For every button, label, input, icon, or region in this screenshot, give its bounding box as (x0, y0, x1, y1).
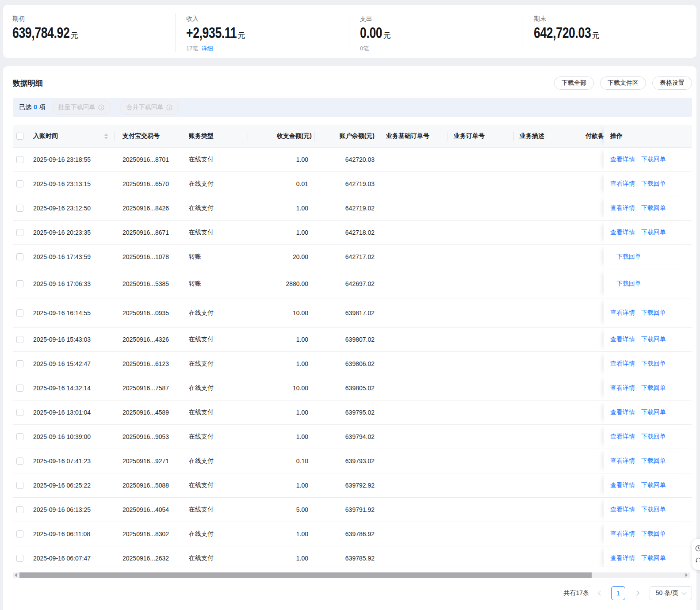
cell-amount: 0.01 (248, 172, 314, 196)
view-detail-link[interactable]: 查看详情 (610, 457, 635, 465)
page-size-select[interactable]: 50 条/页 (650, 586, 692, 600)
select-all-checkbox[interactable] (16, 133, 23, 140)
row-checkbox[interactable] (16, 156, 23, 163)
view-detail-link[interactable]: 查看详情 (610, 506, 635, 514)
view-detail-link[interactable]: 查看详情 (610, 481, 635, 489)
col-time[interactable]: 入账时间 (33, 125, 114, 147)
row-checkbox[interactable] (16, 253, 23, 260)
cell-account-type: 在线支付 (181, 352, 248, 376)
view-detail-link[interactable]: 查看详情 (610, 554, 635, 562)
cell-remark (580, 352, 604, 376)
cell-balance: 639785.92 (314, 546, 381, 567)
sort-icon[interactable] (104, 133, 108, 139)
cell-balance: 639793.02 (314, 449, 381, 473)
cell-base-order (381, 148, 447, 172)
download-zone-button[interactable]: 下载文件区 (600, 76, 646, 90)
cell-amount: 1.00 (248, 473, 314, 497)
current-page[interactable]: 1 (611, 586, 625, 600)
floating-help-widget[interactable] (692, 539, 700, 570)
download-receipt-link[interactable]: 下载回单 (641, 530, 666, 538)
download-receipt-link[interactable]: 下载回单 (641, 229, 666, 236)
download-receipt-link[interactable]: 下载回单 (641, 554, 666, 562)
merge-download-button[interactable]: 合并下载回单 (120, 100, 179, 115)
cell-action: 查看详情 下载回单 (604, 546, 692, 567)
cell-desc (513, 352, 580, 376)
row-checkbox[interactable] (16, 482, 23, 489)
download-receipt-link[interactable]: 下载回单 (641, 481, 666, 489)
info-icon (166, 104, 172, 111)
scroll-left-arrow[interactable] (15, 573, 17, 577)
prev-page-button[interactable] (598, 591, 602, 595)
row-checkbox[interactable] (16, 433, 23, 440)
batch-download-button[interactable]: 批量下载回单 (52, 100, 111, 115)
next-page-button[interactable] (634, 591, 639, 595)
cell-balance: 639786.92 (314, 522, 381, 546)
cell-remark (580, 196, 604, 220)
horizontal-scrollbar[interactable] (13, 572, 690, 578)
download-receipt-link[interactable]: 下载回单 (616, 253, 641, 261)
download-all-button[interactable]: 下载全部 (554, 76, 594, 90)
download-receipt-link[interactable]: 下载回单 (641, 156, 666, 164)
row-checkbox[interactable] (16, 385, 23, 392)
cell-transaction-id: 20250916...6570 (114, 172, 181, 196)
table-settings-button[interactable]: 表格设置 (652, 76, 692, 90)
row-checkbox[interactable] (16, 336, 23, 343)
view-detail-link[interactable]: 查看详情 (610, 309, 635, 317)
summary-label: 收入 (186, 15, 349, 22)
view-detail-link[interactable]: 查看详情 (610, 204, 635, 212)
row-checkbox[interactable] (16, 360, 23, 367)
row-checkbox[interactable] (16, 229, 23, 236)
download-receipt-link[interactable]: 下载回单 (641, 309, 666, 317)
download-receipt-link[interactable]: 下载回单 (641, 336, 666, 343)
cell-remark (580, 425, 604, 449)
download-receipt-link[interactable]: 下载回单 (641, 204, 666, 212)
view-detail-link[interactable]: 查看详情 (610, 433, 635, 441)
scroll-right-arrow[interactable] (685, 573, 688, 577)
row-checkbox[interactable] (16, 555, 23, 562)
view-detail-link[interactable]: 查看详情 (610, 360, 635, 368)
scrollbar-thumb[interactable] (19, 572, 592, 578)
view-detail-link[interactable]: 查看详情 (610, 384, 635, 392)
download-receipt-link[interactable]: 下载回单 (641, 506, 666, 514)
cell-base-order (381, 269, 447, 298)
row-checkbox[interactable] (16, 530, 23, 538)
summary-label: 期末 (534, 15, 696, 22)
row-checkbox[interactable] (16, 180, 23, 187)
view-detail-link[interactable]: 查看详情 (610, 530, 635, 538)
summary-label: 支出 (360, 15, 523, 22)
income-detail-link[interactable]: 详细 (201, 45, 213, 52)
col-balance: 账户余额(元) (314, 125, 381, 147)
headset-icon[interactable] (695, 557, 700, 564)
selected-count: 0 (34, 103, 37, 111)
row-checkbox[interactable] (16, 280, 23, 287)
summary-card: 期初 639,784.92元 收入 +2,935.11元 17笔详细 支出 0.… (3, 5, 696, 58)
cell-remark (580, 148, 604, 172)
row-checkbox[interactable] (16, 205, 23, 212)
summary-label: 期初 (12, 15, 175, 22)
table-row: 2025-09-16 23:13:15 20250916...6570 在线支付… (13, 172, 692, 196)
cell-amount: 1.00 (248, 425, 314, 449)
download-receipt-link[interactable]: 下载回单 (641, 180, 666, 188)
download-receipt-link[interactable]: 下载回单 (641, 384, 666, 392)
cell-time: 2025-09-16 20:23:35 (33, 221, 114, 244)
view-detail-link[interactable]: 查看详情 (610, 229, 635, 236)
download-receipt-link[interactable]: 下载回单 (641, 457, 666, 465)
clock-icon[interactable] (695, 545, 700, 552)
row-checkbox[interactable] (16, 506, 23, 513)
view-detail-link[interactable]: 查看详情 (610, 156, 635, 164)
view-detail-link[interactable]: 查看详情 (610, 336, 635, 343)
row-checkbox[interactable] (16, 309, 23, 316)
download-receipt-link[interactable]: 下载回单 (641, 433, 666, 441)
view-detail-link[interactable]: 查看详情 (610, 180, 635, 188)
cell-desc (513, 473, 580, 497)
table-row: 2025-09-16 16:14:55 20250916...0935 在线支付… (13, 298, 692, 328)
row-checkbox[interactable] (16, 458, 23, 465)
view-detail-link[interactable]: 查看详情 (610, 408, 635, 416)
download-receipt-link[interactable]: 下载回单 (616, 280, 641, 288)
row-checkbox[interactable] (16, 409, 23, 416)
cell-account-type: 在线支付 (181, 376, 248, 400)
download-receipt-link[interactable]: 下载回单 (641, 408, 666, 416)
cell-remark (580, 400, 604, 424)
download-receipt-link[interactable]: 下载回单 (641, 360, 666, 368)
cell-order (447, 498, 513, 522)
